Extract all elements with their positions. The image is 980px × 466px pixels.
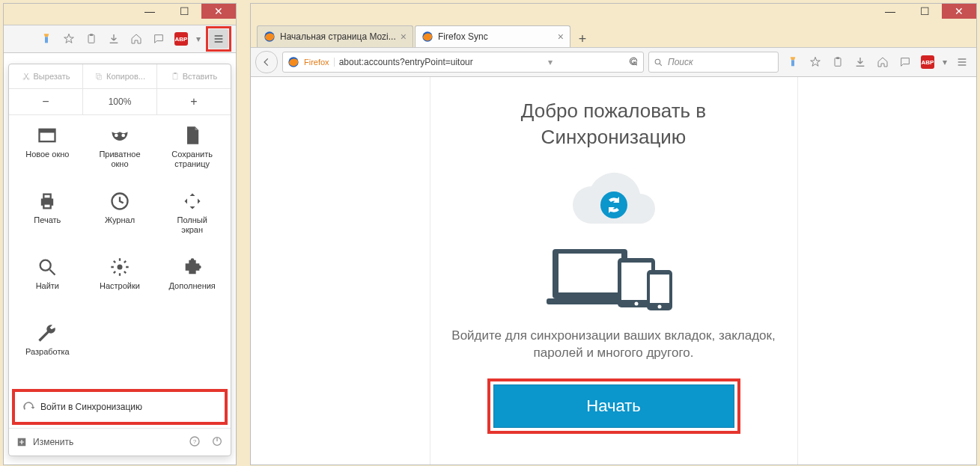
tab-homepage[interactable]: Начальная страница Mozi... × xyxy=(257,25,413,47)
minimize-button[interactable]: — xyxy=(873,4,907,19)
maximize-button[interactable]: ☐ xyxy=(907,4,942,19)
devices-icon xyxy=(547,243,681,314)
menu-history[interactable]: Журнал xyxy=(85,187,156,248)
start-button[interactable]: Начать xyxy=(493,384,734,428)
svg-rect-8 xyxy=(174,73,176,74)
left-window: — ☐ ✕ ABP ▾ Вырезать Копиров... xyxy=(3,3,237,465)
zoom-row: − 100% + xyxy=(9,89,231,115)
close-button[interactable]: ✕ xyxy=(942,4,976,19)
new-tab-button[interactable]: + xyxy=(572,31,593,47)
copy-button[interactable]: Копиров... xyxy=(83,64,157,88)
svg-point-18 xyxy=(117,265,122,270)
colorpicker-icon[interactable] xyxy=(783,52,803,72)
star-icon[interactable] xyxy=(59,29,79,49)
gear-icon xyxy=(109,256,131,278)
svg-point-32 xyxy=(600,191,627,218)
menu-developer[interactable]: Разработка xyxy=(12,319,83,380)
sync-signin-button[interactable]: Войти в Синхронизацию xyxy=(12,389,228,425)
menu-grid: Новое окно Приватное окно Сохранить стра… xyxy=(9,115,231,386)
menu-print[interactable]: Печать xyxy=(12,187,83,248)
menu-addons[interactable]: Дополнения xyxy=(156,253,228,314)
menu-private-window[interactable]: Приватное окно xyxy=(85,121,156,183)
puzzle-icon xyxy=(181,256,204,278)
home-icon[interactable] xyxy=(873,52,892,72)
svg-point-19 xyxy=(190,258,194,262)
sync-icon xyxy=(22,401,34,413)
svg-rect-10 xyxy=(40,129,55,133)
customize-button[interactable]: Изменить xyxy=(16,437,73,447)
back-button[interactable] xyxy=(255,51,278,73)
zoom-in-button[interactable]: + xyxy=(157,89,231,114)
paste-button[interactable]: Вставить xyxy=(157,64,231,88)
help-icon[interactable]: ? xyxy=(189,435,201,450)
svg-rect-2 xyxy=(90,34,93,36)
svg-text:?: ? xyxy=(193,438,197,444)
paste-label: Вставить xyxy=(183,72,218,81)
menu-save-page[interactable]: Сохранить страницу xyxy=(156,121,228,183)
customize-label: Изменить xyxy=(33,437,73,447)
hamburger-menu-panel: Вырезать Копиров... Вставить − 100% + Но… xyxy=(8,64,231,456)
svg-rect-5 xyxy=(97,74,100,79)
copy-label: Копиров... xyxy=(106,72,145,81)
scissors-icon xyxy=(22,72,31,81)
svg-point-12 xyxy=(121,134,125,138)
firefox-icon xyxy=(264,31,276,43)
clipboard-icon[interactable] xyxy=(828,52,847,72)
colorpicker-icon[interactable] xyxy=(37,29,56,49)
printer-icon xyxy=(36,190,58,212)
menu-settings[interactable]: Настройки xyxy=(85,253,156,314)
svg-point-11 xyxy=(115,134,118,138)
abp-dropdown-icon[interactable]: ▾ xyxy=(940,52,949,72)
menu-find[interactable]: Найти xyxy=(12,253,83,314)
search-bar[interactable]: Поиск xyxy=(648,52,779,73)
url-bar[interactable]: Firefox about:accounts?entryPoint=uitour… xyxy=(282,52,644,73)
abp-icon[interactable]: ABP xyxy=(171,29,191,49)
menu-fullscreen[interactable]: Полный экран xyxy=(156,187,228,248)
svg-rect-40 xyxy=(650,275,669,303)
menu-label: Печать xyxy=(34,215,61,225)
tab-sync[interactable]: Firefox Sync × xyxy=(415,25,570,47)
home-icon[interactable] xyxy=(127,29,146,49)
menu-new-window[interactable]: Новое окно xyxy=(12,121,83,183)
search-placeholder: Поиск xyxy=(668,57,693,67)
minimize-button[interactable]: — xyxy=(133,4,167,19)
star-icon[interactable] xyxy=(806,52,825,72)
cloud-sync-icon xyxy=(565,164,663,239)
tab-close-icon[interactable]: × xyxy=(558,31,564,43)
svg-rect-0 xyxy=(45,37,48,43)
abp-icon[interactable]: ABP xyxy=(918,52,937,72)
cut-button[interactable]: Вырезать xyxy=(9,64,83,88)
maximize-button[interactable]: ☐ xyxy=(167,4,201,19)
start-button-label: Начать xyxy=(586,396,640,416)
dropdown-icon[interactable]: ▾ xyxy=(548,57,553,67)
svg-rect-1 xyxy=(88,35,94,43)
hamburger-menu-button[interactable] xyxy=(209,29,228,49)
page-description: Войдите для синхронизации ваших вкладок,… xyxy=(445,328,782,362)
tab-label: Начальная страница Mozi... xyxy=(280,31,396,42)
hamburger-menu-button[interactable] xyxy=(952,52,972,72)
wrench-icon xyxy=(36,322,58,344)
close-button[interactable]: ✕ xyxy=(201,4,236,19)
page-title-2: Синхронизацию xyxy=(541,126,687,149)
right-titlebar: — ☐ ✕ xyxy=(251,4,976,25)
abp-dropdown-icon[interactable]: ▾ xyxy=(194,29,203,49)
menu-label: Настройки xyxy=(100,281,140,291)
menu-label: Полный экран xyxy=(177,215,207,234)
zoom-level[interactable]: 100% xyxy=(83,89,157,114)
chat-icon[interactable] xyxy=(149,29,168,49)
chat-icon[interactable] xyxy=(895,52,915,72)
power-icon[interactable] xyxy=(211,435,223,450)
reload-icon[interactable] xyxy=(628,56,639,69)
download-icon[interactable] xyxy=(104,29,124,49)
svg-rect-15 xyxy=(44,204,51,209)
tab-close-icon[interactable]: × xyxy=(401,31,407,43)
menu-label: Приватное окно xyxy=(99,150,140,168)
tabstrip: Начальная страница Mozi... × Firefox Syn… xyxy=(251,25,976,47)
edit-row: Вырезать Копиров... Вставить xyxy=(9,64,231,89)
url-prefix: Firefox xyxy=(304,58,335,67)
download-icon[interactable] xyxy=(850,52,870,72)
svg-point-28 xyxy=(655,59,660,64)
clipboard-icon[interactable] xyxy=(82,29,101,49)
zoom-out-button[interactable]: − xyxy=(9,89,83,114)
menu-label: Журнал xyxy=(105,215,135,225)
